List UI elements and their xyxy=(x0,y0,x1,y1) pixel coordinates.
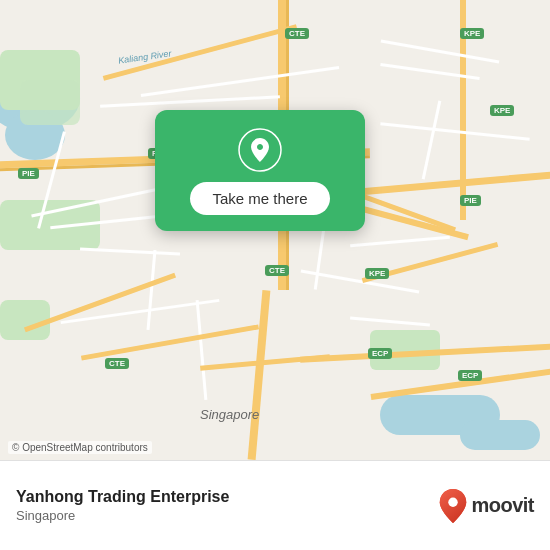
highway-label-pie-right: PIE xyxy=(460,195,481,206)
map-attribution: © OpenStreetMap contributors xyxy=(8,441,152,454)
location-pin-icon xyxy=(238,128,282,172)
highway-label-ecp-right: ECP xyxy=(458,370,482,381)
bottom-bar: Yanhong Trading Enterprise Singapore moo… xyxy=(0,460,550,550)
moovit-brand-text: moovit xyxy=(471,494,534,517)
highway-label-kpe-mid: KPE xyxy=(365,268,389,279)
city-label: Singapore xyxy=(200,407,259,422)
place-info: Yanhong Trading Enterprise Singapore xyxy=(16,488,229,523)
highway-label-cte-low: CTE xyxy=(105,358,129,369)
svg-point-1 xyxy=(449,497,458,506)
moovit-logo: moovit xyxy=(439,489,534,523)
place-name: Yanhong Trading Enterprise xyxy=(16,488,229,506)
place-location: Singapore xyxy=(16,508,229,523)
highway-label-kpe-right: KPE xyxy=(490,105,514,116)
map-view: CTE KPE KPE PIE PIE PIE CTE KPE CTE ECP … xyxy=(0,0,550,460)
moovit-pin-icon xyxy=(439,489,467,523)
highway-label-kpe-top: KPE xyxy=(460,28,484,39)
highway-label-cte-mid: CTE xyxy=(265,265,289,276)
highway-label-pie-left: PIE xyxy=(18,168,39,179)
take-me-there-button[interactable]: Take me there xyxy=(190,182,329,215)
highway-label-ecp-left: ECP xyxy=(368,348,392,359)
highway-label-cte: CTE xyxy=(285,28,309,39)
location-card: Take me there xyxy=(155,110,365,231)
